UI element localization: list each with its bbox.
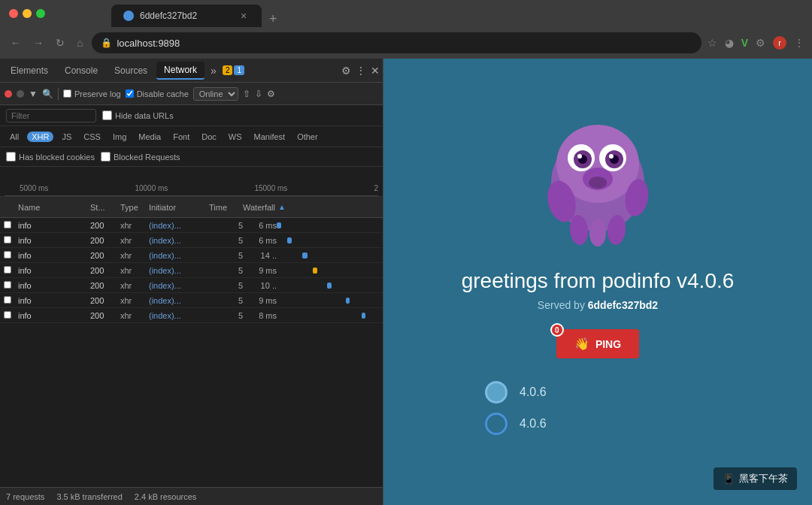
clear-button[interactable]: [17, 90, 24, 98]
disable-cache-text: Disable cache: [137, 89, 189, 98]
tab-network[interactable]: Network: [156, 62, 205, 80]
table-row[interactable]: info 200 xhr (index)... 5 6 ms: [0, 233, 383, 248]
svg-point-5: [577, 154, 582, 159]
filter-other[interactable]: Other: [293, 132, 322, 142]
th-type[interactable]: Type: [120, 203, 149, 212]
forward-button[interactable]: →: [30, 34, 47, 52]
ping-button[interactable]: 0 👋 PING: [556, 329, 639, 358]
row-name: info: [15, 281, 90, 290]
row-time: 9 ms: [243, 266, 277, 275]
throttle-select[interactable]: Online: [193, 87, 238, 101]
filter-all[interactable]: All: [6, 132, 23, 142]
th-status[interactable]: St...: [90, 203, 120, 212]
export-icon[interactable]: ⇩: [255, 89, 262, 99]
menu-button[interactable]: ⋮: [794, 37, 804, 49]
has-blocked-cookies-checkbox[interactable]: [6, 152, 16, 162]
row-checkbox[interactable]: [0, 281, 15, 290]
timeline-label-10000: 10000 ms: [135, 184, 168, 192]
devtools-tabs: Elements Console Sources Network » 2 1 ⚙…: [0, 59, 383, 83]
record-button[interactable]: [5, 90, 12, 98]
row-type: xhr: [120, 236, 149, 245]
search-icon[interactable]: 🔍: [42, 89, 53, 99]
filter-xhr[interactable]: XHR: [27, 132, 53, 142]
row-checkbox[interactable]: [0, 251, 15, 260]
row-time: 6 ms: [243, 236, 277, 245]
th-waterfall[interactable]: Waterfall ▲: [243, 203, 383, 212]
settings-icon[interactable]: ⚙: [341, 65, 351, 77]
minimize-button[interactable]: [23, 9, 32, 18]
filter-css[interactable]: CSS: [80, 132, 105, 142]
waterfall-bar: [287, 237, 292, 243]
table-row[interactable]: info 200 xhr (index)... 5 14 ..: [0, 248, 383, 263]
filter-icon[interactable]: ▼: [29, 89, 38, 99]
settings2-icon[interactable]: ⚙: [267, 89, 275, 99]
timeline-label-15000: 15000 ms: [254, 184, 287, 192]
blocked-requests-checkbox[interactable]: [101, 152, 111, 162]
row-checkbox[interactable]: [0, 236, 15, 245]
reload-button[interactable]: ↻: [53, 34, 68, 52]
tab-console[interactable]: Console: [57, 62, 105, 79]
svg-point-16: [589, 177, 607, 189]
has-blocked-cookies-label[interactable]: Has blocked cookies: [6, 152, 95, 162]
row-initiator: (index)...: [149, 236, 209, 245]
table-row[interactable]: info 200 xhr (index)... 5 9 ms: [0, 293, 383, 308]
vertical-dots-icon[interactable]: ⋮: [356, 65, 366, 77]
tab-close-button[interactable]: ×: [238, 10, 250, 22]
table-row[interactable]: info 200 xhr (index)... 5 8 ms: [0, 308, 383, 323]
creature-illustration: [515, 104, 680, 254]
filter-input[interactable]: [6, 109, 96, 122]
table-row[interactable]: info 200 xhr (index)... 5 9 ms: [0, 263, 383, 278]
new-tab-button[interactable]: +: [262, 11, 285, 27]
version-list: 4.0.6 4.0.6: [485, 381, 710, 435]
tab-sources[interactable]: Sources: [107, 62, 155, 79]
more-tabs-button[interactable]: »: [206, 65, 221, 77]
th-initiator[interactable]: Initiator: [149, 203, 209, 212]
import-icon[interactable]: ⇧: [243, 89, 250, 99]
back-button[interactable]: ←: [8, 34, 24, 52]
blocked-requests-label[interactable]: Blocked Requests: [101, 152, 180, 162]
filter-ws[interactable]: WS: [225, 132, 246, 142]
th-name[interactable]: Name: [15, 203, 90, 212]
hide-data-urls-label[interactable]: Hide data URLs: [102, 110, 174, 120]
devtools-close-button[interactable]: ✕: [371, 65, 380, 77]
devtools-toolbar: ▼ 🔍 Preserve log Disable cache Online ⇧ …: [0, 83, 383, 105]
close-button[interactable]: [9, 9, 18, 18]
row-checkbox[interactable]: [0, 266, 15, 275]
filter-manifest[interactable]: Manifest: [250, 132, 289, 142]
row-initiator: (index)...: [149, 266, 209, 275]
preserve-log-checkbox[interactable]: [63, 89, 71, 98]
profile-icon[interactable]: r: [773, 36, 786, 50]
table-row[interactable]: info 200 xhr (index)... 5 6 ms: [0, 218, 383, 233]
table-row[interactable]: info 200 xhr (index)... 5 10 ..: [0, 278, 383, 293]
address-field[interactable]: 🔒 localhost:9898: [92, 32, 701, 53]
row-checkbox[interactable]: [0, 311, 15, 320]
row-name: info: [15, 221, 90, 230]
extension-icon[interactable]: ◕: [725, 37, 734, 49]
hide-data-urls-checkbox[interactable]: [102, 110, 112, 120]
browser-tab[interactable]: 6ddefc327bd2 ×: [111, 5, 262, 27]
waterfall-bar: [277, 222, 281, 228]
row-checkbox[interactable]: [0, 296, 15, 305]
filter-font[interactable]: Font: [169, 132, 193, 142]
home-button[interactable]: ⌂: [74, 34, 86, 52]
version-text: 4.0.6: [520, 386, 547, 399]
maximize-button[interactable]: [36, 9, 45, 18]
th-time[interactable]: Time: [209, 203, 243, 212]
row-initiator: (index)...: [149, 281, 209, 290]
filter-doc[interactable]: Doc: [198, 132, 220, 142]
has-blocked-cookies-text: Has blocked cookies: [19, 153, 95, 162]
preserve-log-label[interactable]: Preserve log: [63, 89, 121, 98]
disable-cache-label[interactable]: Disable cache: [126, 89, 189, 98]
disable-cache-checkbox[interactable]: [126, 89, 134, 98]
separator: [58, 88, 59, 100]
row-size: 5: [209, 221, 243, 230]
filter-img[interactable]: Img: [109, 132, 130, 142]
waterfall-bar: [362, 313, 366, 319]
filter-media[interactable]: Media: [135, 132, 165, 142]
row-waterfall: [277, 233, 383, 247]
tab-elements[interactable]: Elements: [3, 62, 56, 79]
puzzle-icon[interactable]: ⚙: [756, 37, 765, 49]
bookmark-icon[interactable]: ☆: [707, 37, 717, 49]
row-checkbox[interactable]: [0, 221, 15, 230]
filter-js[interactable]: JS: [58, 132, 75, 142]
